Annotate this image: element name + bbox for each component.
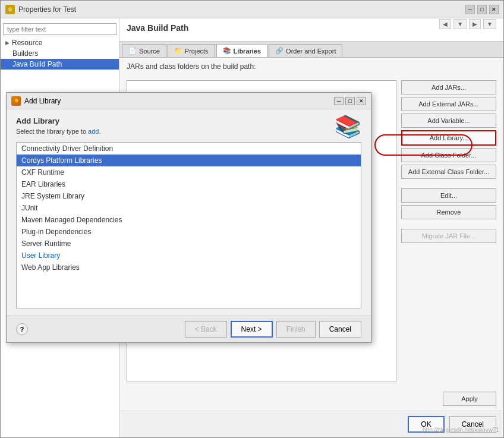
nav-next-arrow[interactable]: ▶ [469,19,481,29]
sidebar-item-java-build-path[interactable]: Java Build Path [1,59,119,70]
help-button[interactable]: ? [16,323,28,335]
ear-libraries-label: EAR Libraries [21,180,65,188]
nav-arrows: ◀ ▼ ▶ ▼ [439,19,496,29]
web-app-libraries-label: Web App Libraries [21,263,80,272]
dialog-body: Add Library Select the library type to a… [7,109,371,316]
library-item-connectivity[interactable]: Connectivity Driver Definition [17,143,361,155]
main-window-title: Properties for Test [18,5,76,14]
plugin-dependencies-label: Plug-in Dependencies [21,228,91,236]
junit-label: JUnit [21,204,37,212]
library-item-user[interactable]: User Library [17,250,361,261]
jre-system-label: JRE System Library [21,192,84,200]
dialog-heading: Add Library [16,116,100,125]
dialog-title-text: Add Library [24,97,61,105]
user-library-label: User Library [21,251,60,260]
dialog-link: add. [88,128,100,135]
dialog-maximize-button[interactable]: □ [345,97,355,105]
edit-button[interactable]: Edit... [401,188,496,203]
sidebar-item-resource[interactable]: ▶ Resource [1,37,119,48]
build-path-desc-text: JARs and class folders on the build path… [127,62,256,71]
action-buttons: Add JARs... Add External JARs... Add Var… [401,80,496,382]
cxf-runtime-label: CXF Runtime [21,168,64,177]
minimize-button[interactable]: ─ [465,5,475,14]
library-item-cordys[interactable]: Cordys Platform Libraries [17,155,361,166]
back-button[interactable]: < Back [185,321,227,338]
dialog-footer-right: < Back Next > Finish Cancel [185,321,361,338]
add-library-button[interactable]: Add Library... [401,130,496,146]
next-button[interactable]: Next > [231,321,273,338]
projects-tab-icon: 📁 [174,47,182,55]
add-library-dialog: ⚙ Add Library ─ □ ✕ Add Library Select t… [6,92,371,343]
add-external-class-folder-button[interactable]: Add External Class Folder... [401,165,496,179]
remove-button[interactable]: Remove [401,205,496,219]
library-item-jre[interactable]: JRE System Library [17,190,361,202]
dialog-close-button[interactable]: ✕ [357,97,366,105]
library-item-plugin[interactable]: Plug-in Dependencies [17,226,361,238]
title-controls: ─ □ ✕ [465,5,499,14]
sidebar-resource-label: Resource [12,39,42,47]
cordys-platform-label: Cordys Platform Libraries [21,156,102,165]
filter-input[interactable] [3,23,116,35]
libraries-tab-label: Libraries [234,48,261,55]
dialog-minimize-button[interactable]: ─ [334,97,344,105]
finish-button[interactable]: Finish [276,321,316,338]
apply-row: Apply [119,387,503,411]
watermark: http://blog.csdn.net/xiaoyw71 [423,427,499,433]
nav-dropdown-arrow[interactable]: ▼ [483,19,496,29]
source-tab-label: Source [139,48,160,55]
expand-arrow-icon: ▶ [5,40,10,46]
library-item-ear[interactable]: EAR Libraries [17,178,361,190]
apply-button[interactable]: Apply [443,392,496,406]
migrate-jar-button[interactable]: Migrate JAR File... [401,229,496,243]
tab-order-export[interactable]: 🔗 Order and Export [269,44,342,57]
right-header: Java Build Path ◀ ▼ ▶ ▼ [119,18,503,42]
order-export-tab-icon: 🔗 [275,47,284,55]
right-panel-title: Java Build Path [127,23,188,33]
library-item-server[interactable]: Server Runtime [17,238,361,250]
dialog-cancel-button[interactable]: Cancel [319,321,361,338]
dialog-title-bar: ⚙ Add Library ─ □ ✕ [7,93,371,109]
dialog-footer: ? < Back Next > Finish Cancel [7,316,371,342]
source-tab-icon: 📄 [128,47,137,55]
books-decoration-icon: 📚 [335,114,361,139]
sidebar-java-build-path-label: Java Build Path [12,60,62,68]
add-variable-button[interactable]: Add Variable... [401,114,496,128]
dialog-app-icon: ⚙ [11,96,21,106]
title-bar-left: ⚙ Properties for Test [5,5,76,14]
nav-back-arrow[interactable]: ◀ [439,19,451,29]
app-icon: ⚙ [5,5,15,14]
library-item-junit[interactable]: JUnit [17,202,361,214]
tab-projects[interactable]: 📁 Projects [168,44,215,57]
sidebar-item-builders[interactable]: Builders [1,48,119,59]
add-external-jars-button[interactable]: Add External JARs... [401,97,496,111]
dialog-title-left: ⚙ Add Library [11,96,61,106]
library-item-webapp[interactable]: Web App Libraries [17,261,361,273]
dialog-subtext: Select the library type to add. [16,128,100,135]
add-jars-button[interactable]: Add JARs... [401,80,496,94]
add-class-folder-button[interactable]: Add Class Folder... [401,148,496,162]
nav-forward-arrow[interactable]: ▼ [453,19,467,29]
library-item-maven[interactable]: Maven Managed Dependencies [17,214,361,226]
tab-libraries[interactable]: 📚 Libraries [216,44,267,57]
main-title-bar: ⚙ Properties for Test ─ □ ✕ [1,1,503,18]
server-runtime-label: Server Runtime [21,240,71,248]
tabs-bar: 📄 Source 📁 Projects 📚 Libraries 🔗 Order … [119,42,503,58]
tab-source[interactable]: 📄 Source [122,44,166,57]
maximize-button[interactable]: □ [477,5,487,14]
maven-managed-label: Maven Managed Dependencies [21,216,122,224]
bottom-buttons: OK Cancel [119,411,503,437]
library-item-cxf[interactable]: CXF Runtime [17,166,361,178]
order-export-tab-label: Order and Export [286,48,336,55]
libraries-tab-icon: 📚 [223,47,231,55]
build-path-description: JARs and class folders on the build path… [119,58,503,75]
projects-tab-label: Projects [185,48,209,55]
sidebar-builders-label: Builders [12,49,38,58]
dialog-title-controls: ─ □ ✕ [334,97,366,105]
close-button[interactable]: ✕ [489,5,499,14]
dialog-footer-left: ? [16,323,28,335]
connectivity-driver-label: Connectivity Driver Definition [21,144,113,153]
library-list: Connectivity Driver Definition Cordys Pl… [16,142,361,308]
